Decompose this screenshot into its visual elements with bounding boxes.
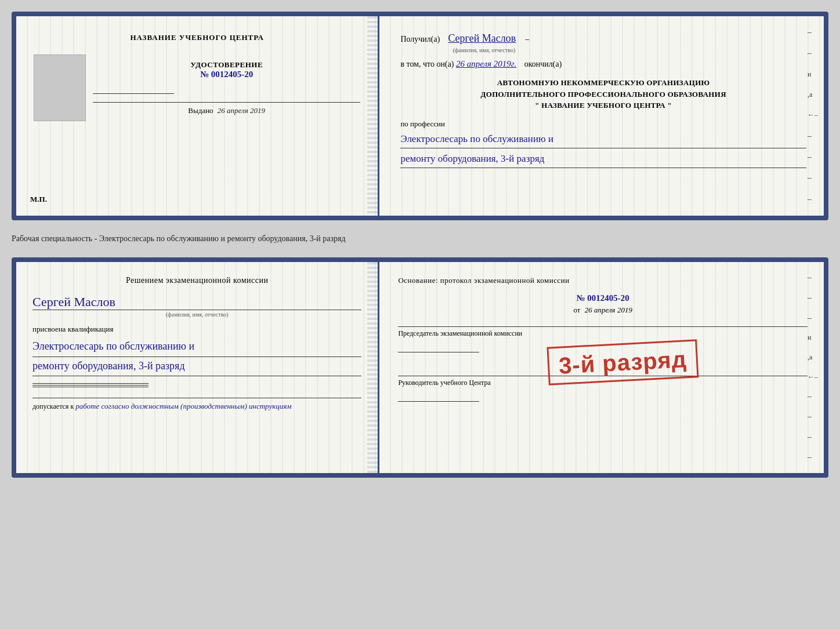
qualification-line1: Электрослесарь по обслуживанию и [32, 337, 361, 357]
protocol-number: № 0012405-20 [398, 293, 808, 303]
dash: – [525, 35, 529, 44]
training-center-title: НАЗВАНИЕ УЧЕБНОГО ЦЕНТРА [130, 32, 264, 43]
date-completed: 26 апреля 2019г. [456, 59, 516, 68]
fio-label-top: (фамилия, имя, отчество) [452, 47, 806, 53]
cert-photo [34, 54, 86, 121]
resheniem-title: Решением экзаменационной комиссии [32, 276, 361, 285]
organization-block: АВТОНОМНУЮ НЕКОММЕРЧЕСКУЮ ОРГАНИЗАЦИЮ ДО… [400, 77, 806, 111]
signature-line-left [93, 93, 174, 94]
udostoverenie-block: УДОСТОВЕРЕНИЕ № 0012405-20 [93, 60, 360, 79]
udostoverenie-label: УДОСТОВЕРЕНИЕ [93, 60, 360, 70]
predsedatel-label: Председатель экзаменационной комиссии [398, 326, 808, 338]
cert-right-panel: Получил(а) Сергей Маслов – (фамилия, имя… [379, 16, 824, 216]
bottom-document: Решением экзаменационной комиссии Сергей… [12, 257, 828, 478]
profession-line1: Электрослесарь по обслуживанию и [400, 131, 806, 148]
separator-text: Рабочая специальность - Электрослесарь п… [12, 231, 828, 247]
qualification-line2: ремонту оборудования, 3-й разряд [32, 357, 361, 377]
profession-line2: ремонту оборудования, 3-й разряд [400, 151, 806, 168]
ot-date: от 26 апреля 2019 [398, 306, 808, 315]
poluchil-label: Получил(а) [400, 35, 440, 44]
prisvoena-label: присвоена квалификация [32, 325, 361, 334]
recipient-name: Сергей Маслов [448, 32, 516, 45]
osnovanie-title: Основание: протокол экзаменационной коми… [398, 276, 808, 285]
bottom-right-dashes: – – – и ,а ←– – – – – [808, 262, 818, 473]
certificate-document: НАЗВАНИЕ УЧЕБНОГО ЦЕНТРА УДОСТОВЕРЕНИЕ №… [12, 12, 828, 220]
dopuskaetsya-block: допускается к работе согласно должностны… [32, 398, 361, 411]
bottom-fio-label: (фамилия, имя, отчество) [32, 311, 361, 318]
stamp: 3-й разряд [547, 339, 699, 385]
cert-left-panel: НАЗВАНИЕ УЧЕБНОГО ЦЕНТРА УДОСТОВЕРЕНИЕ №… [16, 16, 379, 216]
po-professii-block: по профессии Электрослесарь по обслужива… [400, 119, 806, 168]
predsedatel-signature [398, 352, 479, 352]
bottom-left-side-bar [367, 262, 378, 473]
page-wrapper: НАЗВАНИЕ УЧЕБНОГО ЦЕНТРА УДОСТОВЕРЕНИЕ №… [12, 12, 828, 478]
dopuskaetsya-value: работе согласно должностным (производств… [75, 402, 291, 410]
cert-number: № 0012405-20 [93, 70, 360, 79]
mp-label: М.П. [30, 195, 47, 204]
bottom-name: Сергей Маслов [32, 294, 361, 310]
bottom-left-panel: Решением экзаменационной комиссии Сергей… [16, 262, 379, 473]
dash-right-decorations: – – и ,а ←– – – – – [808, 16, 818, 216]
vydano-line: Выдано 26 апреля 2019 [93, 102, 360, 115]
rukovoditel-signature [398, 401, 479, 402]
side-decorative-bar [367, 16, 378, 216]
vtom-line: в том, что он(а) 26 апреля 2019г. окончи… [400, 59, 806, 69]
bottom-right-panel: Основание: протокол экзаменационной коми… [379, 262, 824, 473]
poluchil-line: Получил(а) Сергей Маслов – [400, 32, 806, 45]
